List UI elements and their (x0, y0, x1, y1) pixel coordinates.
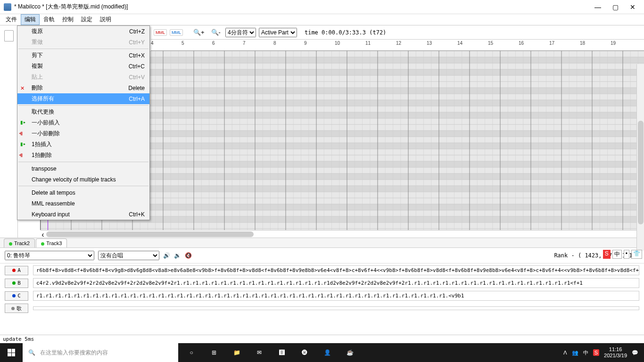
zoom-out-button[interactable]: 🔍- (209, 28, 223, 37)
tab-Track2[interactable]: Track2 (4, 239, 35, 247)
menuitem-重做: 重做Ctrl+Y (17, 37, 149, 48)
mml-row-B: Bc4r2.v9d2v8e2v9f+2r2d2v8e2v9f+2r2d2v8e2… (5, 278, 639, 288)
menuitem-Keyboard input[interactable]: Keyboard inputCtrl+K (17, 209, 149, 220)
menubar: 文件编辑音軌控制設定説明 (0, 14, 644, 25)
part-button-歌[interactable]: 歌 (5, 304, 28, 313)
windows-taskbar: 🔍 在这里输入你要搜索的内容 ○ ⊞ 📁 ✉ 🅱 🅦 👤 ☕ ᐱ 👥 中 S 1… (0, 343, 644, 362)
menuitem-transpose[interactable]: transpose (17, 163, 149, 174)
mml-text-歌[interactable] (33, 306, 639, 310)
search-icon: 🔍 (28, 349, 35, 356)
taskview-icon[interactable]: ⊞ (203, 343, 225, 362)
menu-説明[interactable]: 説明 (96, 14, 115, 25)
menuitem-一小節插入[interactable]: 一小節插入 (17, 117, 149, 128)
menuitem-取代更換[interactable]: 取代更換 (17, 107, 149, 117)
menu-音軌[interactable]: 音軌 (40, 14, 58, 25)
mml-export-button[interactable]: MML (170, 29, 183, 36)
menuitem-1拍插入[interactable]: 1拍插入 (17, 139, 149, 150)
mml-text-B[interactable]: c4r2.v9d2v8e2v9f+2r2d2v8e2v9f+2r2d2v8e2v… (33, 278, 639, 288)
part-button-B[interactable]: B (5, 279, 28, 288)
taskbar-search[interactable]: 🔍 在这里输入你要搜索的内容 (23, 343, 178, 362)
mml-text-C[interactable]: r1.r1.r1.r1.r1.r1.r1.r1.r1.r1.r1.r1.r1.r… (33, 291, 639, 301)
note-length-select[interactable]: 4分音符 (225, 28, 256, 37)
mml-panel: Ar6b8f+8>v8d8<f+8v6b8f+8<v9g8>d8v6g8d8<v… (0, 263, 644, 318)
mail-icon[interactable]: ✉ (248, 343, 271, 362)
chorus-select[interactable]: 沒有合唱 (98, 251, 159, 260)
ime-floating-badge[interactable]: S中•👕 (601, 249, 644, 260)
cortana-icon[interactable]: ○ (180, 343, 203, 362)
zoom-in-button[interactable]: 🔍+ (191, 28, 206, 37)
menuitem-Change velocity of multiple tracks[interactable]: Change velocity of multiple tracks (17, 174, 149, 185)
menuitem-一小節刪除[interactable]: 一小節刪除 (17, 128, 149, 139)
app-icon[interactable]: 🅱 (271, 343, 293, 362)
mml-text-A[interactable]: r6b8f+8>v8d8<f+8v6b8f+8<v9g8>d8v6g8d8<v8… (33, 265, 639, 275)
bar-in-icon (20, 141, 27, 148)
sound-icon[interactable]: 🔊 (163, 252, 170, 259)
titlebar: * MabiIcco * [大鱼-简单完整版.mid (modified)] —… (0, 0, 644, 14)
track-tabs: Track2Track3 (0, 238, 644, 248)
bar-out-icon (20, 131, 27, 137)
tray-ime[interactable]: 中 (583, 349, 588, 356)
sound-icon-alt[interactable]: 🔉 (174, 252, 181, 259)
tab-Track3[interactable]: Track3 (36, 239, 67, 247)
tray-chevron-icon[interactable]: ᐱ (563, 350, 567, 356)
menu-控制[interactable]: 控制 (58, 14, 77, 25)
word-icon[interactable]: 🅦 (293, 343, 316, 362)
java-icon (4, 3, 11, 11)
part-button-C[interactable]: C (5, 291, 28, 301)
app2-icon[interactable]: 👤 (316, 343, 339, 362)
mml-row-歌: 歌 (5, 304, 639, 313)
x-icon (20, 85, 27, 91)
menuitem-1拍刪除[interactable]: 1拍刪除 (17, 150, 149, 161)
start-button[interactable] (0, 343, 23, 362)
tray-sogou-icon[interactable]: S (593, 349, 599, 356)
explorer-icon[interactable]: 📁 (225, 343, 248, 362)
document-sidebar (0, 25, 18, 238)
menuitem-选择所有[interactable]: 选择所有Ctrl+A (17, 93, 149, 104)
time-display: time 0:00.0/3:33.3 (t72) (305, 29, 386, 36)
edit-menu-dropdown: 復原Ctrl+Z重做Ctrl+Y剪下Ctrl+X複製Ctrl+C貼上Ctrl+V… (17, 25, 150, 220)
toolbar: MML MML 🔍+ 🔍- 4分音符 Active Part time 0:00… (151, 25, 644, 40)
notifications-icon[interactable]: 💬 (632, 350, 638, 356)
java-app-icon[interactable]: ☕ (339, 343, 361, 362)
minimize-button[interactable]: — (594, 3, 601, 11)
menu-文件[interactable]: 文件 (2, 14, 21, 25)
mml-row-A: Ar6b8f+8>v8d8<f+8v6b8f+8<v9g8>d8v6g8d8<v… (5, 265, 639, 275)
menuitem-剪下[interactable]: 剪下Ctrl+X (17, 50, 149, 61)
statusbar: update 5ms (0, 335, 644, 343)
tray-people-icon[interactable]: 👥 (572, 350, 578, 356)
close-button[interactable]: ✕ (630, 3, 636, 11)
maximize-button[interactable]: ▢ (612, 3, 619, 11)
search-placeholder: 在这里输入你要搜索的内容 (40, 349, 108, 357)
menuitem-Delete all tempos[interactable]: Delete all tempos (17, 187, 149, 198)
bar-in-icon (20, 120, 27, 126)
vertical-scrollbar[interactable] (636, 64, 644, 251)
menuitem-貼上: 貼上Ctrl+V (17, 72, 149, 82)
menuitem-MML reassemble[interactable]: MML reassemble (17, 198, 149, 209)
menuitem-刪除[interactable]: 刪除Delete (17, 82, 149, 93)
active-part-select[interactable]: Active Part (259, 28, 297, 37)
measure-ruler[interactable]: 45678910111213141516171819 (151, 40, 644, 51)
mml-import-button[interactable]: MML (154, 29, 167, 36)
mute-icon[interactable]: 🔇 (185, 252, 192, 259)
part-button-A[interactable]: A (5, 266, 28, 275)
horizontal-scrollbar[interactable]: ‹ › (41, 230, 644, 238)
mml-row-C: Cr1.r1.r1.r1.r1.r1.r1.r1.r1.r1.r1.r1.r1.… (5, 291, 639, 301)
window-title: * MabiIcco * [大鱼-简单完整版.mid (modified)] (14, 3, 128, 11)
track-controls: 0: 鲁特琴 沒有合唱 🔊 🔉 🔇 Rank - ( 1423, 178, 13… (0, 248, 644, 263)
menu-编辑[interactable]: 编辑 (21, 14, 40, 25)
taskbar-clock[interactable]: 11:16 2021/3/19 (604, 346, 627, 359)
menu-設定[interactable]: 設定 (77, 14, 96, 25)
svg-rect-56 (41, 222, 644, 229)
bar-out-icon (20, 152, 27, 159)
menuitem-複製[interactable]: 複製Ctrl+C (17, 61, 149, 72)
menuitem-復原[interactable]: 復原Ctrl+Z (17, 26, 149, 37)
instrument-select[interactable]: 0: 鲁特琴 (5, 251, 94, 260)
document-icon[interactable] (4, 30, 14, 41)
